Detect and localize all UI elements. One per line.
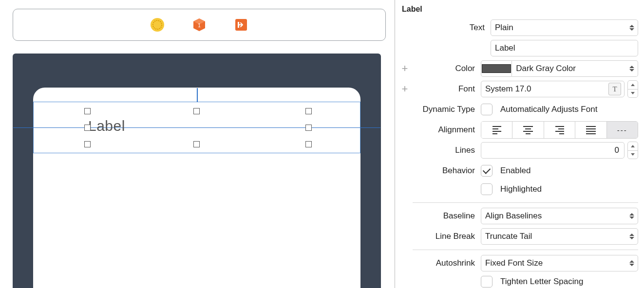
font-value: System 17.0 bbox=[485, 84, 531, 94]
autoshrink-label: Autoshrink bbox=[410, 258, 481, 268]
uilabel-text: Label bbox=[88, 118, 125, 134]
text-label: Text bbox=[410, 23, 491, 33]
highlighted-label: Highlighted bbox=[500, 184, 542, 194]
dyntype-label: Dynamic Type bbox=[410, 105, 481, 114]
autoshrink-value: Fixed Font Size bbox=[485, 258, 543, 268]
coin-icon[interactable] bbox=[150, 18, 165, 32]
canvas-area: 1 Label bbox=[0, 0, 395, 288]
dyntype-check-label: Automatically Adjusts Font bbox=[500, 105, 597, 114]
linebreak-value: Truncate Tail bbox=[485, 232, 532, 241]
selected-uilabel[interactable]: Label bbox=[33, 102, 360, 153]
align-center-button[interactable] bbox=[512, 122, 544, 138]
tighten-checkbox[interactable] bbox=[481, 276, 492, 288]
color-select[interactable]: Dark Gray Color bbox=[512, 60, 638, 77]
section-title: Label bbox=[400, 4, 638, 18]
chevrons-icon bbox=[628, 25, 636, 31]
handle-icon[interactable] bbox=[193, 108, 200, 114]
svg-rect-6 bbox=[238, 22, 239, 28]
color-value: Dark Gray Color bbox=[516, 64, 576, 73]
horizontal-guide bbox=[13, 127, 380, 128]
lines-input[interactable]: 0 bbox=[481, 142, 625, 159]
highlighted-checkbox[interactable] bbox=[481, 183, 492, 195]
font-stepper[interactable] bbox=[627, 80, 638, 98]
chevrons-icon bbox=[628, 213, 636, 219]
handle-icon[interactable] bbox=[84, 125, 91, 131]
text-value: Label bbox=[495, 43, 515, 53]
align-justify-button[interactable] bbox=[575, 122, 606, 138]
text-style-value: Plain bbox=[495, 23, 513, 33]
text-value-input[interactable]: Label bbox=[491, 40, 638, 56]
cube-icon[interactable]: 1 bbox=[192, 18, 207, 32]
font-label: Font bbox=[410, 84, 481, 94]
handle-icon[interactable] bbox=[84, 108, 91, 114]
linebreak-label: Line Break bbox=[410, 232, 481, 241]
tighten-label: Tighten Letter Spacing bbox=[500, 277, 583, 287]
lines-value: 0 bbox=[615, 145, 619, 155]
device-frame: Label bbox=[13, 54, 381, 288]
font-input[interactable]: System 17.0 T bbox=[481, 81, 625, 97]
chevrons-icon bbox=[628, 260, 636, 266]
lines-label: Lines bbox=[410, 145, 481, 155]
svg-text:1: 1 bbox=[198, 23, 201, 28]
color-swatch[interactable] bbox=[481, 60, 512, 77]
align-left-button[interactable] bbox=[481, 122, 512, 138]
font-picker-icon[interactable]: T bbox=[608, 83, 621, 95]
chevrons-icon bbox=[628, 66, 636, 72]
handle-icon[interactable] bbox=[84, 141, 91, 147]
handle-icon[interactable] bbox=[305, 125, 312, 131]
baseline-select[interactable]: Align Baselines bbox=[481, 208, 638, 224]
baseline-label: Baseline bbox=[410, 211, 481, 221]
alignment-segmented: --- bbox=[481, 121, 638, 139]
dyntype-checkbox[interactable] bbox=[481, 104, 492, 115]
autoshrink-select[interactable]: Fixed Font Size bbox=[481, 255, 638, 271]
align-natural-button[interactable]: --- bbox=[607, 122, 638, 138]
align-right-button[interactable] bbox=[544, 122, 575, 138]
chevrons-icon bbox=[628, 234, 636, 239]
device-screen[interactable]: Label bbox=[33, 88, 360, 288]
behavior-label: Behavior bbox=[410, 166, 481, 176]
alignment-label: Alignment bbox=[410, 125, 481, 135]
baseline-value: Align Baselines bbox=[485, 211, 542, 221]
color-label: Color bbox=[410, 64, 481, 73]
enabled-label: Enabled bbox=[500, 166, 530, 176]
canvas-toolbar: 1 bbox=[13, 9, 386, 41]
inspector-panel: Label Text Plain Label + bbox=[395, 0, 644, 288]
linebreak-select[interactable]: Truncate Tail bbox=[481, 228, 638, 245]
handle-icon[interactable] bbox=[305, 141, 312, 147]
handle-icon[interactable] bbox=[193, 141, 200, 147]
text-style-select[interactable]: Plain bbox=[491, 19, 638, 36]
enabled-checkbox[interactable] bbox=[481, 165, 492, 177]
lines-stepper[interactable] bbox=[627, 142, 638, 159]
vertical-guide bbox=[197, 88, 198, 102]
export-icon[interactable] bbox=[234, 18, 248, 32]
handle-icon[interactable] bbox=[305, 108, 312, 114]
add-font-button[interactable]: + bbox=[400, 84, 410, 94]
add-color-button[interactable]: + bbox=[400, 64, 410, 73]
